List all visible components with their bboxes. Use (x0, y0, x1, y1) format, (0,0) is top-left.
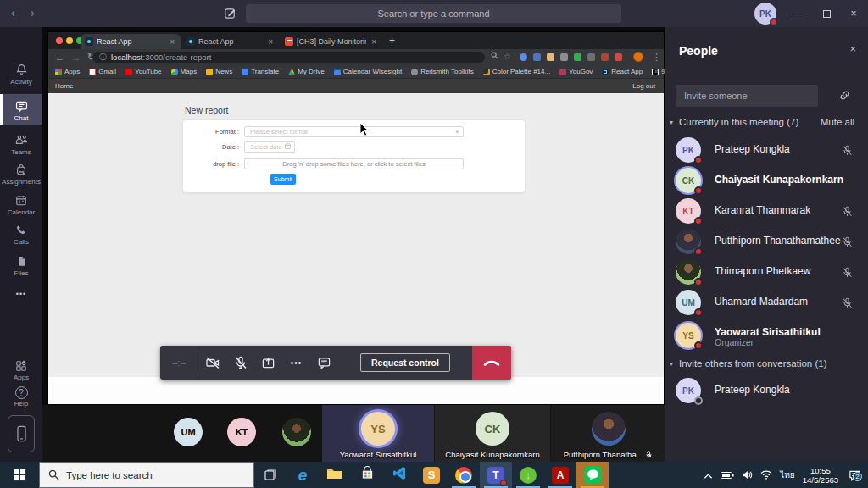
hangup-button[interactable] (472, 346, 511, 380)
minimize-button[interactable]: — (783, 0, 812, 27)
extension-icon[interactable] (615, 53, 622, 61)
format-select[interactable]: Please select format ▾ (244, 126, 464, 137)
sidebar-item-teams[interactable]: Teams (0, 133, 42, 156)
speaker-icon[interactable] (742, 468, 753, 483)
extension-icon[interactable] (520, 53, 527, 61)
taskbar-vscode[interactable] (383, 462, 415, 488)
browser-forward-icon[interactable]: → (71, 53, 81, 63)
bookmark-react-app[interactable]: React App (602, 68, 643, 75)
extension-icon[interactable] (601, 53, 609, 61)
bookmark-maps[interactable]: Maps (171, 68, 198, 75)
sidebar-item-activity[interactable]: Activity (0, 63, 42, 86)
nav-home-link[interactable]: Home (55, 79, 73, 93)
zoom-search-icon[interactable] (491, 52, 498, 61)
sidebar-item-files[interactable]: Files (0, 254, 42, 277)
extension-icon[interactable] (587, 53, 595, 61)
mute-all-button[interactable]: Mute all (821, 117, 854, 127)
sidebar-item-help[interactable]: ? Help (0, 386, 42, 408)
file-dropzone[interactable]: Drag 'n' drop some files here, or click … (244, 158, 464, 169)
meeting-section-header[interactable]: ▾ Currently in this meeting (7) (670, 117, 798, 127)
taskbar-search-box[interactable]: Type here to search (39, 462, 254, 488)
invite-someone-input[interactable] (676, 85, 818, 107)
task-view-button[interactable] (254, 462, 287, 488)
taskbar-file-explorer[interactable] (319, 462, 351, 488)
bookmark-youtube[interactable]: YouTube (125, 68, 161, 75)
sidebar-item-calendar[interactable]: Calendar (0, 193, 42, 216)
participant-row[interactable]: Putthiporn Thanathamathee (665, 227, 868, 258)
command-search-input[interactable] (246, 4, 621, 23)
profile-avatar[interactable] (633, 52, 643, 62)
chat-button[interactable] (310, 346, 338, 380)
taskbar-sublime[interactable]: S (415, 462, 448, 488)
nav-logout-link[interactable]: Log out (632, 79, 655, 93)
taskbar-teams[interactable]: T (480, 462, 512, 488)
new-tab-button[interactable]: + (389, 35, 395, 47)
participant-thumbnail[interactable] (282, 418, 311, 446)
taskbar-edge[interactable]: e (287, 462, 319, 488)
participant-row[interactable]: CK Chaiyasit Kunapakornkarn (665, 166, 868, 197)
hidden-icons-chevron[interactable] (704, 468, 713, 483)
bookmark-my-drive[interactable]: My Drive (288, 68, 325, 75)
tab-close-icon[interactable]: × (266, 37, 275, 47)
battery-icon[interactable] (721, 468, 734, 483)
bookmark-translate[interactable]: Translate (242, 68, 279, 75)
mac-minimize-button[interactable] (66, 37, 73, 44)
start-button[interactable] (0, 462, 39, 488)
camera-off-button[interactable] (198, 346, 226, 380)
taskbar-line[interactable] (576, 462, 609, 488)
browser-tab-2[interactable]: React App × (182, 34, 279, 49)
site-info-icon[interactable]: ⓘ (99, 52, 107, 63)
bookmark-color-palette[interactable]: Color Palette #14... (483, 68, 550, 75)
bookmark-redsmith-toolkits[interactable]: Redsmith Toolkits (411, 68, 474, 75)
address-bar[interactable]: ⓘ localhost:3000/create-report (92, 52, 485, 63)
action-center-button[interactable]: 2 (846, 467, 863, 484)
tab-close-icon[interactable]: × (370, 37, 378, 47)
language-indicator[interactable]: ไทย (780, 469, 794, 481)
bookmark-news[interactable]: News (206, 68, 232, 75)
sidebar-item-calls[interactable]: Calls (0, 224, 42, 246)
sidebar-item-apps[interactable]: Apps (0, 359, 42, 381)
forward-icon[interactable]: › (31, 6, 35, 19)
bookmark-yougov[interactable]: YouGov (559, 68, 593, 75)
extension-icon[interactable] (560, 53, 568, 61)
more-options-button[interactable]: ••• (282, 346, 310, 380)
contact-row[interactable]: PK Prateep Kongkla (665, 376, 868, 407)
back-icon[interactable]: ‹ (11, 6, 15, 19)
participant-row[interactable]: PK Prateep Kongkla (665, 136, 868, 166)
participant-thumbnail[interactable]: KT (227, 418, 256, 446)
mobile-device-button[interactable] (8, 415, 35, 452)
avatar[interactable]: PK (754, 3, 776, 25)
restore-button[interactable] (812, 0, 841, 27)
participant-row[interactable]: YS Yaowarat Sirisathitkul Organizer (665, 319, 868, 356)
invite-section-header[interactable]: ▾ Invite others from conversation (1) (670, 358, 827, 369)
sidebar-more-icon[interactable]: ••• (0, 290, 42, 298)
participant-row[interactable]: Thimaporn Phetkaew (665, 258, 868, 288)
bookmark-apps[interactable]: Apps (55, 68, 80, 75)
request-control-button[interactable]: Request control (360, 353, 450, 372)
panel-close-icon[interactable]: × (849, 42, 856, 55)
date-picker[interactable]: Select date (244, 141, 295, 152)
submit-button[interactable]: Submit (270, 174, 296, 185)
taskbar-clock[interactable]: 10:55 14/5/2563 (803, 466, 838, 485)
mac-close-button[interactable] (56, 37, 63, 44)
wifi-icon[interactable] (760, 468, 772, 483)
browser-back-icon[interactable]: ← (55, 53, 64, 63)
bookmarks-overflow-icon[interactable]: » (654, 67, 659, 75)
tab-close-icon[interactable]: × (168, 37, 176, 47)
taskbar-chrome[interactable] (448, 462, 480, 488)
extension-icon[interactable] (533, 53, 541, 61)
close-button[interactable]: × (839, 0, 868, 27)
taskbar-store[interactable] (351, 462, 383, 488)
extension-icon[interactable] (547, 53, 554, 61)
video-tile-yaowarat[interactable]: YS Yaowarat Sirisathitkul (322, 405, 434, 462)
mic-off-button[interactable] (226, 346, 254, 380)
sidebar-item-assignments[interactable]: Assignments (0, 163, 42, 186)
share-screen-button[interactable] (254, 346, 282, 380)
copy-link-icon[interactable] (838, 89, 851, 105)
participant-thumbnail[interactable]: UM (174, 418, 203, 446)
browser-menu-icon[interactable]: ⋮ (652, 52, 661, 63)
participant-row[interactable]: UM Uhamard Madardam (665, 288, 868, 319)
browser-tab-3[interactable]: [CH3] Daily Monitoring_Report × (281, 34, 382, 49)
taskbar-acrobat[interactable]: A (544, 462, 576, 488)
participant-row[interactable]: KT Karanrat Thammarak (665, 197, 868, 227)
